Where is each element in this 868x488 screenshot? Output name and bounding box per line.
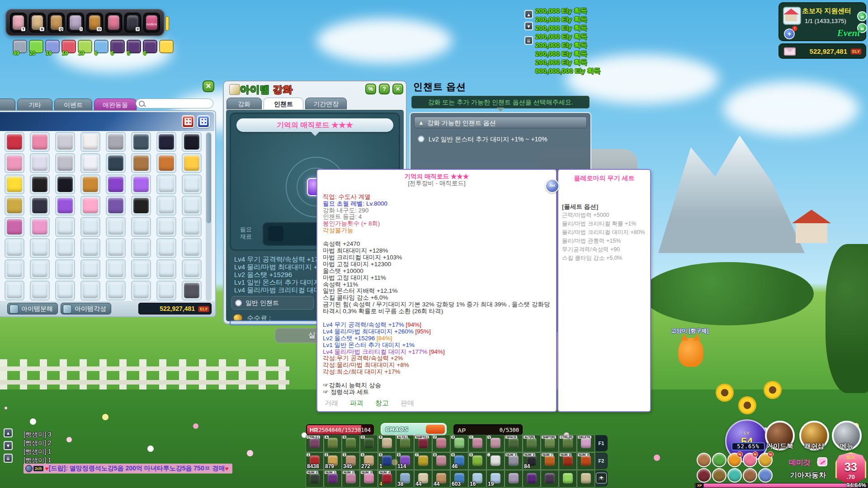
- inventory-slot[interactable]: [156, 281, 176, 300]
- hotkey-slot[interactable]: 5 1: [378, 452, 396, 470]
- hotkey-slot[interactable]: SHIFT(L): [414, 435, 432, 452]
- hotkey-slot[interactable]: X: [450, 435, 468, 452]
- event-icon-button[interactable]: [758, 468, 773, 483]
- inventory-slot[interactable]: [30, 217, 50, 237]
- hotkey-slot[interactable]: 8: [432, 452, 450, 470]
- hotkey-slot[interactable]: [541, 470, 559, 488]
- hotkey-slot[interactable]: [505, 470, 523, 488]
- hotkey-slot[interactable]: SPACE: [505, 435, 523, 452]
- hotkey-slot[interactable]: ALT(L): [396, 435, 414, 452]
- notif-scroll-bottom-icon[interactable]: ⇊: [524, 36, 533, 45]
- hotkey-slot[interactable]: 4 272: [360, 452, 378, 470]
- mail-icon[interactable]: [784, 47, 796, 56]
- tab-pet[interactable]: 애완동물: [94, 99, 137, 110]
- minimap-house-icon[interactable]: [783, 7, 801, 25]
- event-icon-button[interactable]: [727, 468, 742, 483]
- hotkey-move-handle[interactable]: +: [596, 473, 607, 483]
- inventory-slot[interactable]: [80, 217, 100, 237]
- notif-scroll-up-icon[interactable]: ▲: [524, 10, 533, 19]
- cash-shop-button[interactable]: 캐쉬샵: [799, 421, 829, 450]
- event-icon-button[interactable]: N: [742, 452, 758, 468]
- chat-scroll-up-icon[interactable]: ▲: [4, 428, 13, 437]
- inventory-slot[interactable]: [106, 196, 126, 216]
- hotkey-slot[interactable]: 16: [468, 470, 486, 488]
- menu-button[interactable]: 메뉴: [832, 421, 862, 450]
- hotbar-slot[interactable]: I: [67, 13, 84, 33]
- hotkey-slot[interactable]: 38: [396, 470, 414, 488]
- event-icon-button[interactable]: [742, 468, 758, 483]
- inventory-slot[interactable]: [55, 217, 75, 237]
- inventory-slot[interactable]: [5, 259, 24, 279]
- hotkey-slot[interactable]: D: [360, 435, 378, 452]
- hotbar-slot[interactable]: [105, 13, 122, 33]
- enchant-option-radio[interactable]: Lv2 일반 몬스터 추가 대미지 +1% ~ +10%: [418, 135, 547, 144]
- hotkey-slot[interactable]: 44: [414, 470, 432, 488]
- inventory-slot[interactable]: [5, 153, 24, 173]
- hotkey-slot[interactable]: [559, 470, 577, 488]
- event-icon-button[interactable]: N: [758, 452, 773, 468]
- hotkey-slot[interactable]: 7: [414, 452, 432, 470]
- hotkey-slot[interactable]: DELETE: [577, 435, 595, 452]
- inventory-slot[interactable]: [30, 259, 50, 279]
- item-decompose-button[interactable]: 아이템분해: [7, 303, 58, 314]
- inventory-slot[interactable]: [30, 153, 50, 173]
- inventory-slot[interactable]: [55, 259, 75, 279]
- inventory-slot[interactable]: [55, 238, 75, 258]
- inventory-slot[interactable]: [5, 196, 24, 216]
- chat-scroll-bottom-icon[interactable]: ⇊: [4, 454, 13, 463]
- hotkey-tab-f2[interactable]: F2: [595, 453, 608, 469]
- scrollbar-thumb[interactable]: [206, 133, 211, 223]
- hotkey-slot[interactable]: F: [378, 435, 396, 452]
- hotkey-slot[interactable]: NUM_0: [306, 470, 324, 488]
- hotbar-slot[interactable]: notice: [143, 13, 160, 33]
- hotkey-tab-f1[interactable]: F1: [595, 435, 608, 451]
- inventory-slot[interactable]: [80, 153, 100, 173]
- inventory-slot[interactable]: [182, 132, 202, 152]
- inventory-slot[interactable]: [55, 132, 75, 152]
- inventory-slot[interactable]: [156, 217, 176, 237]
- inventory-slot[interactable]: [131, 196, 151, 216]
- hotkey-slot[interactable]: 9 46: [450, 452, 468, 470]
- inventory-slot[interactable]: [55, 174, 75, 194]
- inventory-slot[interactable]: [106, 153, 126, 173]
- inventory-slot[interactable]: [80, 281, 100, 300]
- hotkey-slot[interactable]: V: [486, 435, 505, 452]
- inventory-scrollbar[interactable]: ▼: [206, 132, 212, 301]
- hotkey-slot[interactable]: -: [486, 452, 505, 470]
- tab-event[interactable]: 이벤트: [54, 99, 92, 110]
- hotkey-slot[interactable]: 3 345: [342, 452, 360, 470]
- inventory-slot[interactable]: [30, 238, 50, 258]
- hotbar-slot[interactable]: T: [10, 13, 27, 33]
- inventory-slot[interactable]: [5, 217, 24, 237]
- hotkey-slot[interactable]: 1 8438: [306, 452, 324, 470]
- event-icon-button[interactable]: N: [727, 452, 742, 468]
- inventory-slot[interactable]: [131, 174, 151, 194]
- hotkey-slot[interactable]: 0: [468, 452, 486, 470]
- inventory-slot[interactable]: [106, 132, 126, 152]
- inventory-slot[interactable]: [131, 238, 151, 258]
- world-map-button[interactable]: W: [857, 11, 867, 21]
- hotkey-slot[interactable]: NUM_5: [505, 452, 523, 470]
- event-icon-button[interactable]: [712, 452, 727, 468]
- cat-npc[interactable]: [678, 338, 703, 367]
- tab-etc[interactable]: 기타: [17, 99, 52, 110]
- hotkey-slot[interactable]: 603: [450, 470, 468, 488]
- tab-enchant[interactable]: 인챈트: [264, 98, 303, 109]
- hotkey-slot[interactable]: ALT(R): [523, 435, 541, 452]
- inventory-slot[interactable]: [156, 259, 176, 279]
- hotbar-slot[interactable]: K: [29, 13, 46, 33]
- inventory-slot[interactable]: [131, 132, 151, 152]
- inventory-slot[interactable]: [106, 259, 126, 279]
- hotkey-slot[interactable]: NUM_7: [541, 452, 559, 470]
- tab-period-extend[interactable]: 기간연장: [305, 98, 347, 109]
- search-input[interactable]: [136, 99, 213, 108]
- hotkey-slot[interactable]: NUM_8: [559, 452, 577, 470]
- inventory-slot[interactable]: [182, 259, 202, 279]
- hotkey-slot[interactable]: SHIFT(R): [541, 435, 559, 452]
- inventory-slot[interactable]: [156, 196, 176, 216]
- inventory-close-button[interactable]: ✕: [203, 80, 214, 92]
- inventory-slot[interactable]: [156, 132, 176, 152]
- inventory-slot[interactable]: [106, 281, 126, 300]
- inventory-slot[interactable]: [106, 217, 126, 237]
- inventory-slot[interactable]: [156, 238, 176, 258]
